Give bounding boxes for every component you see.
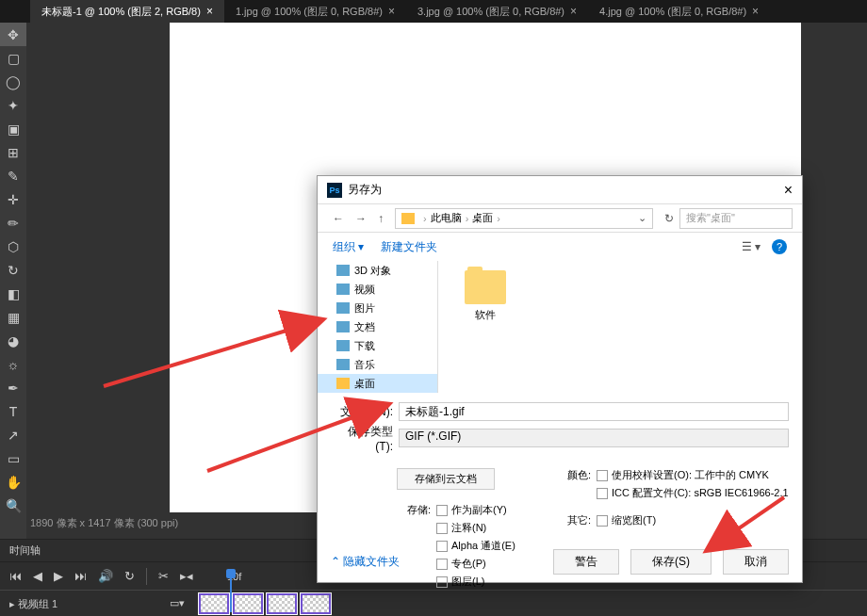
- sidebar-item[interactable]: 文档: [318, 317, 437, 336]
- dialog-nav: ← → ↑ › 此电脑 › 桌面 › ⌄ ↻ 搜索"桌面": [318, 204, 802, 233]
- warning-button[interactable]: 警告: [553, 549, 619, 575]
- playhead[interactable]: [230, 575, 232, 612]
- prev-frame-icon[interactable]: ◀: [33, 569, 42, 583]
- folder-icon: [465, 270, 506, 304]
- brush-tool-icon[interactable]: ✏: [0, 211, 26, 235]
- gradient-tool-icon[interactable]: ▦: [0, 305, 26, 329]
- sidebar-folder-list[interactable]: 3D 对象 视频 图片 文档 下载 音乐 桌面: [318, 261, 438, 393]
- clip-thumb[interactable]: [198, 592, 230, 615]
- dialog-fields: 文件名(N): 保存类型(T): GIF (*.GIF): [318, 393, 802, 461]
- marquee-tool-icon[interactable]: ▢: [0, 46, 26, 70]
- audio-icon[interactable]: 🔊: [98, 569, 113, 583]
- annotations-checkbox[interactable]: 注释(N): [436, 521, 515, 535]
- ps-icon: Ps: [327, 183, 342, 198]
- frame-tool-icon[interactable]: ⊞: [0, 140, 26, 164]
- close-icon[interactable]: ×: [570, 5, 577, 18]
- organize-button[interactable]: 组织 ▾: [333, 239, 364, 255]
- crop-tool-icon[interactable]: ▣: [0, 117, 26, 140]
- store-label: 存储:: [397, 503, 431, 592]
- move-tool-icon[interactable]: ✥: [0, 23, 26, 46]
- transition-icon[interactable]: ▸◂: [180, 569, 193, 583]
- filename-input[interactable]: [399, 402, 789, 421]
- folder-icon: [336, 302, 350, 314]
- new-folder-button[interactable]: 新建文件夹: [381, 239, 437, 255]
- lasso-tool-icon[interactable]: ◯: [0, 70, 26, 93]
- folder-icon: [336, 265, 350, 276]
- filename-label: 文件名(N):: [331, 404, 393, 420]
- nav-forward-icon[interactable]: →: [350, 212, 372, 225]
- sidebar-item[interactable]: 3D 对象: [318, 261, 437, 280]
- document-tab[interactable]: 3.jpg @ 100% (图层 0, RGB/8#)×: [406, 0, 588, 23]
- hand-tool-icon[interactable]: ✋: [0, 470, 26, 494]
- status-bar: 1890 像素 x 1417 像素 (300 ppi): [30, 516, 178, 530]
- file-area[interactable]: 软件: [438, 261, 802, 393]
- wand-tool-icon[interactable]: ✦: [0, 93, 26, 117]
- savetype-select[interactable]: GIF (*.GIF): [399, 429, 789, 447]
- cloud-save-button[interactable]: 存储到云文档: [397, 468, 495, 490]
- eraser-tool-icon[interactable]: ◧: [0, 282, 26, 305]
- folder-icon: [336, 359, 350, 370]
- tab-label: 未标题-1 @ 100% (图层 2, RGB/8): [41, 5, 201, 19]
- layers-checkbox[interactable]: 图层(L): [436, 575, 515, 589]
- breadcrumb-part: 桌面: [472, 211, 493, 225]
- healing-tool-icon[interactable]: ✛: [0, 187, 26, 211]
- chevron-down-icon[interactable]: ⌄: [638, 212, 646, 224]
- hide-folders-link[interactable]: 隐藏文件夹: [331, 554, 400, 570]
- scissors-icon[interactable]: ✂: [158, 569, 169, 583]
- track-label: ▸ 视频组 1 ▭▾: [9, 597, 198, 611]
- play-icon[interactable]: ▶: [54, 569, 63, 583]
- dodge-tool-icon[interactable]: ☼: [0, 352, 26, 376]
- document-tab[interactable]: 1.jpg @ 100% (图层 0, RGB/8#)×: [224, 0, 406, 23]
- sidebar-item-desktop[interactable]: 桌面: [318, 374, 437, 393]
- cancel-button[interactable]: 取消: [723, 549, 789, 575]
- tab-label: 4.jpg @ 100% (图层 0, RGB/8#): [599, 5, 746, 19]
- sidebar-item[interactable]: 视频: [318, 280, 437, 299]
- zoom-tool-icon[interactable]: 🔍: [0, 494, 26, 517]
- stamp-tool-icon[interactable]: ⬡: [0, 235, 26, 258]
- sidebar-item[interactable]: 下载: [318, 336, 437, 355]
- sidebar-item[interactable]: 音乐: [318, 355, 437, 374]
- help-icon[interactable]: ?: [772, 239, 787, 254]
- path-tool-icon[interactable]: ↗: [0, 423, 26, 446]
- save-as-dialog: Ps 另存为 × ← → ↑ › 此电脑 › 桌面 › ⌄ ↻ 搜索"桌面" 组…: [317, 175, 803, 583]
- refresh-icon[interactable]: ↻: [659, 212, 679, 225]
- clip-thumb[interactable]: [232, 592, 264, 615]
- close-icon[interactable]: ×: [206, 5, 213, 18]
- view-options-icon[interactable]: ☰ ▾: [742, 240, 761, 253]
- icc-checkbox[interactable]: ICC 配置文件(C): sRGB IEC61966-2.1: [597, 486, 789, 500]
- save-button[interactable]: 保存(S): [630, 549, 712, 575]
- dialog-options: 存储到云文档 存储: 作为副本(Y) 注释(N) Alpha 通道(E) 专色(…: [318, 461, 802, 600]
- eyedropper-tool-icon[interactable]: ✎: [0, 164, 26, 187]
- close-icon[interactable]: ×: [784, 182, 793, 199]
- folder-icon: [336, 340, 350, 351]
- save-copy-checkbox[interactable]: 作为副本(Y): [436, 503, 515, 517]
- track-menu-icon[interactable]: ▭▾: [170, 597, 185, 609]
- color-label: 颜色:: [557, 468, 591, 504]
- file-item[interactable]: 软件: [448, 270, 523, 322]
- sidebar-item[interactable]: 图片: [318, 299, 437, 317]
- blur-tool-icon[interactable]: ◕: [0, 329, 26, 352]
- nav-back-icon[interactable]: ←: [327, 212, 350, 225]
- dialog-body: 3D 对象 视频 图片 文档 下载 音乐 桌面 软件: [318, 261, 802, 393]
- shape-tool-icon[interactable]: ▭: [0, 446, 26, 470]
- loop-icon[interactable]: ↻: [124, 569, 135, 583]
- tab-label: 1.jpg @ 100% (图层 0, RGB/8#): [236, 5, 383, 19]
- dialog-footer: 隐藏文件夹 警告 保存(S) 取消: [331, 549, 789, 575]
- first-frame-icon[interactable]: ⏮: [9, 569, 22, 583]
- clip-thumb[interactable]: [266, 592, 298, 615]
- other-label: 其它:: [557, 513, 591, 531]
- proof-checkbox[interactable]: 使用校样设置(O): 工作中的 CMYK: [597, 468, 789, 482]
- close-icon[interactable]: ×: [388, 5, 395, 18]
- breadcrumb[interactable]: › 此电脑 › 桌面 › ⌄: [395, 208, 653, 229]
- thumbnail-checkbox[interactable]: 缩览图(T): [597, 513, 656, 527]
- next-frame-icon[interactable]: ⏭: [74, 569, 87, 583]
- history-brush-icon[interactable]: ↻: [0, 258, 26, 282]
- document-tab[interactable]: 4.jpg @ 100% (图层 0, RGB/8#)×: [588, 0, 770, 23]
- close-icon[interactable]: ×: [752, 5, 759, 18]
- dialog-titlebar: Ps 另存为 ×: [318, 176, 802, 204]
- document-tab[interactable]: 未标题-1 @ 100% (图层 2, RGB/8)×: [30, 0, 224, 23]
- pen-tool-icon[interactable]: ✒: [0, 376, 26, 399]
- nav-up-icon[interactable]: ↑: [372, 212, 389, 225]
- type-tool-icon[interactable]: T: [0, 399, 26, 423]
- search-input[interactable]: 搜索"桌面": [679, 208, 793, 229]
